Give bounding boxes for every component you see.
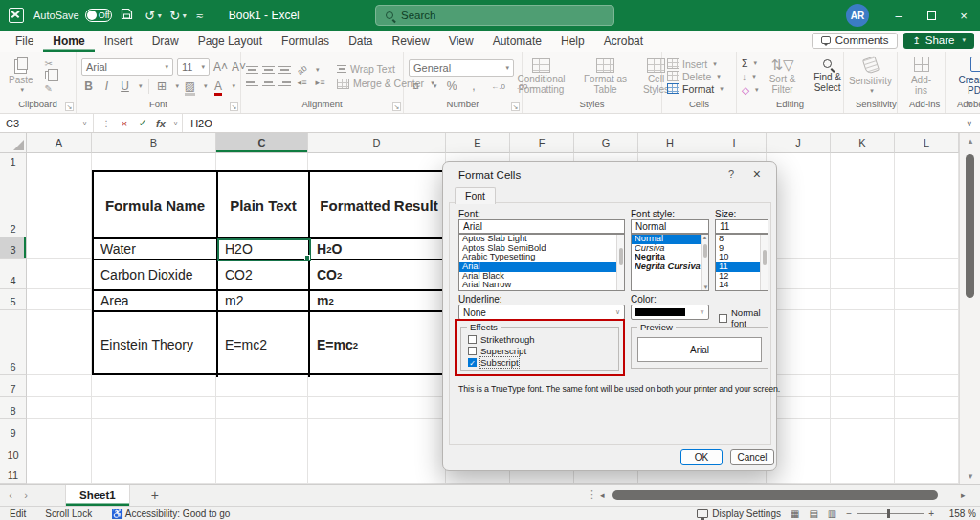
cell-C8[interactable] <box>216 397 308 419</box>
style-list-item[interactable]: Negrita Cursiva <box>632 262 708 272</box>
table-cell-name[interactable]: Carbon Dioxide <box>94 260 218 291</box>
decrease-indent-icon[interactable]: ◂≡ <box>295 78 309 87</box>
column-header-D[interactable]: D <box>308 133 446 153</box>
table-cell-plain[interactable]: m2 <box>218 291 310 312</box>
cell-A10[interactable] <box>27 441 92 463</box>
autosave-toggle[interactable]: Off <box>85 9 112 22</box>
minimize-button[interactable]: – <box>882 0 915 31</box>
column-header-B[interactable]: B <box>92 133 216 153</box>
cell-K9[interactable] <box>831 419 895 441</box>
cell-L4[interactable] <box>895 259 959 289</box>
tab-help[interactable]: Help <box>551 32 594 52</box>
color-dropdown[interactable]: ∨ <box>631 305 709 320</box>
row-header-2[interactable]: 2 <box>0 170 27 237</box>
sensitivity-button[interactable]: Sensitivity▾ <box>845 57 896 95</box>
cell-C9[interactable] <box>216 419 308 441</box>
dialog-tab-font[interactable]: Font <box>455 187 496 204</box>
cell-D10[interactable] <box>308 441 446 463</box>
column-header-K[interactable]: K <box>831 133 895 153</box>
comma-style-icon[interactable]: , <box>467 79 481 93</box>
orientation-icon[interactable]: ab <box>294 61 311 78</box>
cell-C10[interactable] <box>216 441 308 463</box>
table-cell-formatted[interactable]: CO2 <box>310 260 448 291</box>
font-list-scrollbar[interactable] <box>616 235 624 290</box>
cell-B1[interactable] <box>92 153 216 170</box>
underline-dropdown-icon[interactable]: ▾ <box>139 82 143 90</box>
accessibility-status[interactable]: ♿ Accessibility: Good to go <box>101 509 239 519</box>
align-right-icon[interactable] <box>278 79 291 87</box>
font-name-combo[interactable]: Arial▾ <box>81 58 173 76</box>
cell-B9[interactable] <box>92 419 216 441</box>
underline-button[interactable]: U <box>118 79 132 93</box>
formula-dropdown-icon[interactable]: ∨ <box>173 120 178 127</box>
conditional-formatting-button[interactable]: Conditional Formatting <box>508 58 575 95</box>
row-header-10[interactable]: 10 <box>0 441 27 463</box>
font-list-item[interactable]: Arial Narrow <box>459 281 624 290</box>
accounting-dropdown-icon[interactable]: ▾ <box>434 82 437 90</box>
tab-draw[interactable]: Draw <box>143 32 189 52</box>
cell-A5[interactable] <box>27 289 92 310</box>
insert-function-icon[interactable]: fx <box>152 118 169 129</box>
normal-font-checkbox[interactable]: Normal font <box>719 307 776 328</box>
column-header-E[interactable]: E <box>446 133 510 153</box>
sheet-tab-sheet1[interactable]: Sheet1 <box>65 485 130 506</box>
align-left-icon[interactable] <box>246 79 258 87</box>
size-list[interactable]: 8 9 10 11 12 14 <box>715 234 768 291</box>
borders-dropdown-icon[interactable]: ▾ <box>176 82 180 90</box>
cell-L2[interactable] <box>895 170 959 237</box>
fill-color-icon[interactable]: ▨ <box>183 79 197 93</box>
undo-dropdown-icon[interactable]: ▾ <box>158 11 162 20</box>
zoom-out-icon[interactable]: − <box>846 509 852 519</box>
horizontal-scroll-thumb[interactable] <box>612 490 938 500</box>
redo-dropdown-icon[interactable]: ▾ <box>183 11 187 20</box>
cell-C11[interactable] <box>216 463 308 484</box>
normal-view-icon[interactable]: ▦ <box>791 509 799 519</box>
dialog-help-icon[interactable]: ? <box>728 169 734 180</box>
format-painter-icon[interactable]: ✎ <box>41 83 56 94</box>
cell-K11[interactable] <box>831 463 895 484</box>
paste-button[interactable]: Paste▾ <box>5 59 37 94</box>
table-cell-name[interactable]: Einstein Theory <box>94 312 218 377</box>
font-size-combo[interactable]: 11▾ <box>177 58 210 76</box>
cell-K3[interactable] <box>831 237 895 259</box>
cell-L10[interactable] <box>895 441 959 463</box>
formula-options-dots-icon[interactable]: ⋮ <box>98 119 115 128</box>
cancel-entry-icon[interactable]: × <box>116 118 133 129</box>
find-select-button[interactable]: Find & Select <box>807 59 849 93</box>
align-top-icon[interactable] <box>246 66 258 75</box>
addins-button[interactable]: Add-ins <box>902 57 940 96</box>
cell-A2[interactable] <box>27 170 92 237</box>
font-dialog-launcher[interactable]: ↘ <box>230 102 238 111</box>
search-box[interactable]: Search <box>375 5 614 26</box>
table-cell-name[interactable]: Water <box>94 239 218 260</box>
row-header-3[interactable]: 3 <box>0 237 27 259</box>
cell-A1[interactable] <box>27 153 92 170</box>
cell-L3[interactable] <box>895 237 959 259</box>
cell-L1[interactable] <box>895 153 959 170</box>
scroll-down-icon[interactable]: ▾ <box>960 471 980 481</box>
tab-home[interactable]: Home <box>43 32 94 52</box>
avatar[interactable]: AR <box>846 4 869 27</box>
tab-review[interactable]: Review <box>382 32 438 52</box>
orientation-dropdown-icon[interactable]: ▾ <box>316 66 320 74</box>
close-button[interactable]: × <box>947 0 980 31</box>
scroll-right-icon[interactable]: ▸ <box>961 490 966 500</box>
cell-D1[interactable] <box>308 153 446 170</box>
percent-style-icon[interactable]: % <box>445 79 459 93</box>
strikethrough-checkbox[interactable]: Strikethrough <box>468 334 535 345</box>
cell-D7[interactable] <box>308 375 446 397</box>
maximize-button[interactable] <box>915 0 947 31</box>
column-header-A[interactable]: A <box>27 133 92 153</box>
table-header-cell[interactable]: Plain Text <box>218 172 310 239</box>
table-cell-plain[interactable]: CO2 <box>218 260 310 291</box>
font-color-dropdown-icon[interactable]: ▾ <box>233 82 236 90</box>
table-header-cell[interactable]: Formula Name <box>94 172 218 239</box>
cell-K4[interactable] <box>831 259 895 289</box>
cell-K2[interactable] <box>831 170 895 237</box>
scroll-left-icon[interactable]: ◂ <box>600 490 605 500</box>
table-cell-formatted[interactable]: E=mc2 <box>310 312 448 377</box>
font-input[interactable]: Arial <box>458 219 625 234</box>
row-header-11[interactable]: 11 <box>0 463 27 484</box>
table-cell-formatted[interactable]: m2 <box>310 291 448 312</box>
increase-font-size-icon[interactable]: A˄ <box>213 60 228 74</box>
